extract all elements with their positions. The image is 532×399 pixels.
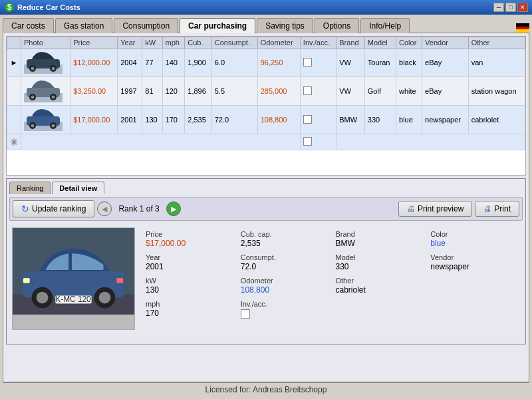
table-empty-row: ✳	[7, 134, 525, 150]
col-consumpt: Consumpt.	[211, 37, 257, 49]
odometer-value: 108,800	[241, 285, 325, 295]
car-illustration: K-MC 120	[13, 228, 134, 315]
tab-options[interactable]: Options	[315, 18, 359, 33]
cell-mph: 120	[162, 77, 185, 106]
empty-inv[interactable]	[300, 134, 336, 150]
field-group-brand: Brand BMW Model 330 Other cabriolet	[331, 227, 426, 330]
car-table-container[interactable]: Photo Price Year kW mph Cub. Consumpt. O…	[6, 36, 526, 176]
rank-label: Rank 1 of 3	[114, 204, 163, 213]
col-kw: kW	[142, 37, 162, 49]
print-label: Print	[494, 204, 511, 213]
inv-acc-checkbox[interactable]	[241, 309, 250, 319]
cell-odometer: 96,250	[257, 49, 300, 77]
cell-odometer: 108,800	[257, 106, 300, 134]
cell-photo	[21, 106, 70, 134]
cell-inv[interactable]	[300, 106, 336, 134]
cell-inv[interactable]	[300, 77, 336, 106]
cell-other: van	[468, 49, 525, 77]
cell-year: 1997	[118, 77, 142, 106]
print-preview-label: Print preview	[418, 204, 464, 213]
cell-year: 2001	[118, 106, 142, 134]
row-selector	[7, 77, 21, 106]
update-ranking-button[interactable]: ↻ Update ranking	[13, 200, 94, 217]
col-vendor: Vendor	[422, 37, 469, 49]
app-icon: $	[4, 2, 15, 13]
empty-inv-checkbox[interactable]	[303, 137, 312, 146]
col-brand: Brand	[336, 37, 365, 49]
cell-cub: 2,535	[185, 106, 211, 134]
tab-consumption[interactable]: Consumption	[114, 18, 178, 33]
print-button[interactable]: 🖨 Print	[475, 201, 519, 217]
tab-saving-tips[interactable]: Saving tips	[257, 18, 313, 33]
detail-view: K-MC 120 Price $17,000.00	[9, 225, 523, 332]
kw-label: kW	[146, 277, 230, 285]
tab-car-purchasing[interactable]: Car purchasing	[180, 18, 255, 33]
print-preview-button[interactable]: 🖨 Print preview	[398, 201, 472, 217]
svg-point-5	[31, 67, 35, 70]
color-value: blue	[430, 239, 515, 248]
table-row[interactable]: ► $12,000.00 2004 77 140 1,900 6.0 96,25…	[7, 49, 525, 77]
col-other: Other	[468, 37, 525, 49]
kw-value: 130	[146, 285, 230, 295]
field-group-price: Price $17,000.00 Year 2001 kW 130	[140, 227, 235, 330]
cub-cap-value: 2,535	[241, 239, 325, 248]
col-color: Color	[396, 37, 422, 49]
status-bar: Licensed for: Andreas Breitschopp	[3, 382, 529, 396]
year-label: Year	[146, 253, 230, 261]
cell-cub: 1,900	[185, 49, 211, 77]
sub-tab-detail-view[interactable]: Detail view	[52, 182, 104, 194]
svg-point-23	[37, 292, 49, 304]
svg-point-11	[31, 96, 35, 99]
cell-brand: BMW	[336, 106, 365, 134]
next-button[interactable]: ▶	[166, 201, 181, 216]
cell-photo	[21, 49, 70, 77]
tab-car-costs[interactable]: Car costs	[3, 18, 54, 33]
car-image-thumbnail	[13, 315, 134, 329]
inv-checkbox[interactable]	[303, 115, 312, 124]
cell-other: cabriolet	[468, 106, 525, 134]
table-row[interactable]: $17,000.00 2001 130 170 2,535 72.0 108,8…	[7, 106, 525, 134]
sub-tab-ranking[interactable]: Ranking	[9, 182, 51, 194]
col-year: Year	[118, 37, 142, 49]
cell-model: 330	[364, 106, 396, 134]
maximize-button[interactable]: □	[505, 3, 516, 12]
cell-other: station wagon	[468, 77, 525, 106]
close-button[interactable]: ✕	[517, 3, 528, 12]
bottom-panel: Ranking Detail view ↻ Update ranking ◀ R…	[6, 178, 526, 344]
inv-checkbox[interactable]	[303, 86, 312, 95]
cell-model: Golf	[364, 77, 396, 106]
row-selector	[7, 106, 21, 134]
tab-gas-station[interactable]: Gas station	[55, 18, 113, 33]
cell-price: $3,250.00	[70, 77, 118, 106]
refresh-icon: ↻	[21, 203, 29, 214]
cell-inv[interactable]	[300, 49, 336, 77]
window-controls: ─ □ ✕	[493, 3, 528, 12]
field-group-color: Color blue Vendor newspaper	[425, 227, 520, 330]
svg-point-17	[31, 124, 35, 128]
prev-button[interactable]: ◀	[97, 201, 112, 216]
main-tabs: Car costs Gas station Consumption Car pu…	[3, 17, 529, 33]
svg-point-7	[52, 67, 55, 70]
content-area: Photo Price Year kW mph Cub. Consumpt. O…	[3, 33, 529, 382]
col-odometer: Odometer	[257, 37, 300, 49]
cell-price: $17,000.00	[70, 106, 118, 134]
minimize-button[interactable]: ─	[493, 3, 504, 12]
tab-info-help[interactable]: Info/Help	[360, 18, 410, 33]
svg-point-13	[52, 96, 55, 99]
other-value: cabriolet	[336, 285, 420, 295]
cell-photo	[21, 77, 70, 106]
detail-fields: Price $17,000.00 Year 2001 kW 130	[140, 227, 520, 330]
window-title: Reduce Car Costs	[17, 3, 493, 11]
cell-consumpt: 72.0	[211, 106, 257, 134]
car-image-box: K-MC 120	[12, 227, 135, 330]
svg-text:K-MC 120: K-MC 120	[55, 295, 91, 304]
price-label: Price	[146, 230, 230, 238]
inv-acc-label: Inv./acc.	[241, 300, 325, 308]
cell-year: 2004	[118, 49, 142, 77]
svg-point-19	[52, 124, 55, 128]
table-row[interactable]: $3,250.00 1997 81 120 1,896 5.5 285,000 …	[7, 77, 525, 106]
svg-rect-26	[23, 278, 30, 283]
cell-odometer: 285,000	[257, 77, 300, 106]
other-label: Other	[336, 277, 420, 285]
inv-checkbox[interactable]	[303, 58, 312, 66]
